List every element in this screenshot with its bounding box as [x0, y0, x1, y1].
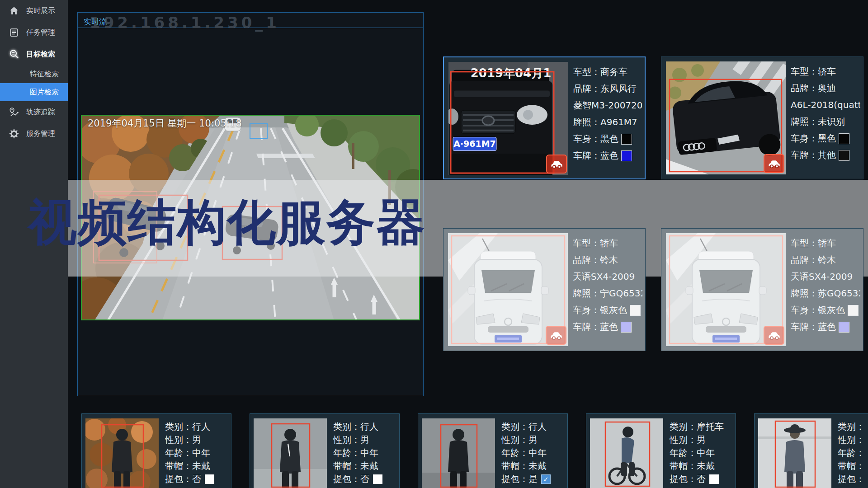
vehicle-snapshot-image: A·961M72019年04月1 — [448, 62, 568, 175]
attribute-row: 菱智M3-20072015 — [573, 97, 642, 114]
attribute-row: 车身：黑色 — [791, 130, 860, 147]
svg-text:A·961M7: A·961M7 — [453, 139, 496, 149]
sidebar-item-label: 特征检索 — [30, 70, 59, 79]
color-swatch — [630, 305, 641, 316]
sidebar-item-feature-search[interactable]: 特征检索 — [0, 65, 68, 83]
sidebar-item-live-display[interactable]: 实时展示 — [0, 0, 68, 22]
vehicle-snapshot-image — [666, 233, 786, 346]
sidebar-item-trajectory-tracking[interactable]: 轨迹追踪 — [0, 101, 68, 123]
vehicle-snapshot-image — [448, 233, 568, 346]
attribute-row: 带帽：未戴 — [333, 460, 397, 473]
gear-icon — [9, 128, 20, 139]
pedestrian-card[interactable]: 类别：摩托车性别：男年龄：中年带帽：未戴提包：否 — [586, 413, 736, 488]
attribute-row: 性别：男 — [501, 433, 566, 446]
target-search-icon — [9, 49, 20, 60]
attribute-row: 车型：商务车 — [573, 64, 642, 80]
video-player-panel: 192.168.1.230_1 实时流 2019年04月15日 星期一 10:0… — [77, 12, 424, 396]
sidebar-item-image-search[interactable]: 图片检索 — [0, 83, 68, 101]
pedestrian-snapshot-image — [254, 418, 327, 488]
svg-text:2019年04月1: 2019年04月1 — [471, 66, 551, 80]
vehicle-attributes: 车型：轿车品牌：铃木天语SX4-2009牌照：苏GQ6532车身：银灰色车牌：蓝… — [791, 235, 860, 335]
stream-name-ghost: 192.168.1.230_1 — [90, 14, 280, 32]
pedestrian-snapshot-image — [758, 418, 831, 488]
live-video[interactable]: 2019年04月15日 星期一 10:05:18 — [81, 115, 420, 320]
pedestrian-snapshot-image — [85, 418, 159, 488]
pedestrian-card[interactable]: 类别：行人性别：男年龄：中年带帽：未戴提包：否 — [81, 413, 231, 488]
attribute-row: 天语SX4-2009 — [791, 268, 860, 285]
car-badge-icon[interactable] — [546, 155, 567, 174]
vehicle-card[interactable]: A·961M72019年04月1车型：商务车品牌：东风风行菱智M3-200720… — [443, 56, 646, 179]
pedestrian-attributes: 类别：行人性别：男年龄：中年带帽：未戴提包：是✓ — [501, 420, 566, 486]
car-badge-icon[interactable] — [546, 326, 566, 345]
bag-checkbox — [373, 474, 382, 484]
attribute-row: 天语SX4-2009 — [573, 268, 642, 285]
live-stream-tab[interactable]: 实时流 — [84, 17, 107, 27]
attribute-row: 车身：银灰色 — [573, 302, 642, 319]
attribute-row: 类别：行人 — [333, 420, 397, 433]
sidebar-item-label: 任务管理 — [26, 28, 55, 38]
attribute-row: 牌照：A961M7 — [573, 114, 642, 131]
car-badge-icon[interactable] — [764, 326, 784, 345]
attribute-row: 品牌：奥迪 — [791, 80, 860, 97]
pedestrian-attributes: 类别：行人性别：男年龄：中年带帽：未戴提包：否 — [333, 420, 397, 486]
attribute-row: 提包：否 — [165, 473, 229, 486]
attribute-row: 性别：男 — [333, 433, 397, 446]
pedestrian-card[interactable]: 类别：性别：年龄：带帽：提包： — [754, 413, 868, 488]
attribute-row: 牌照：苏GQ6532 — [791, 285, 860, 302]
attribute-row: 品牌：东风风行 — [573, 80, 642, 97]
attribute-row: 性别：男 — [165, 433, 229, 446]
attribute-row: 类别：摩托车 — [670, 420, 734, 433]
attribute-row: 车型：轿车 — [573, 235, 642, 252]
video-osd-timestamp: 2019年04月15日 星期一 10:05:18 — [88, 117, 242, 130]
vehicle-card[interactable]: 车型：轿车品牌：铃木天语SX4-2009牌照：苏GQ6532车身：银灰色车牌：蓝… — [661, 228, 863, 351]
track-icon — [9, 107, 20, 117]
attribute-row: 提包： — [838, 473, 868, 486]
attribute-row: 年龄：中年 — [165, 446, 229, 460]
attribute-row: 品牌：铃木 — [573, 252, 642, 268]
attribute-row: 年龄：中年 — [333, 446, 397, 460]
pedestrian-attributes: 类别：行人性别：男年龄：中年带帽：未戴提包：否 — [165, 420, 229, 486]
attribute-row: 带帽：未戴 — [501, 460, 566, 473]
car-badge-icon[interactable] — [764, 154, 784, 173]
sidebar-item-task-management[interactable]: 任务管理 — [0, 22, 68, 43]
vehicle-card[interactable]: 车型：轿车品牌：铃木天语SX4-2009牌照：宁GQ6532车身：银灰色车牌：蓝… — [443, 228, 646, 351]
tasks-icon — [9, 27, 20, 38]
attribute-row: 带帽：未戴 — [165, 460, 229, 473]
attribute-row: 年龄： — [838, 446, 868, 460]
attribute-row: 类别：行人 — [501, 420, 566, 433]
color-swatch — [621, 134, 632, 145]
color-swatch — [839, 322, 849, 333]
attribute-row: 年龄：中年 — [501, 446, 566, 460]
attribute-row: 品牌：铃木 — [791, 252, 860, 268]
sidebar-item-label: 服务管理 — [26, 129, 55, 139]
sidebar-item-label: 实时展示 — [26, 6, 55, 16]
attribute-row: 车身：黑色 — [573, 131, 642, 147]
attribute-row: 性别： — [838, 433, 868, 446]
attribute-row: 提包：是✓ — [501, 473, 566, 486]
pedestrian-attributes: 类别：摩托车性别：男年龄：中年带帽：未戴提包：否 — [670, 420, 734, 486]
vehicle-snapshot-image — [666, 61, 786, 174]
sidebar-item-label: 图片检索 — [30, 88, 59, 97]
attribute-row: 年龄：中年 — [670, 446, 734, 460]
attribute-row: 类别： — [838, 420, 868, 433]
bag-checkbox — [709, 474, 719, 484]
sidebar-item-service-management[interactable]: 服务管理 — [0, 123, 68, 145]
attribute-row: 带帽： — [838, 460, 868, 473]
sidebar-item-label: 轨迹追踪 — [26, 108, 55, 117]
attribute-row: 带帽：未戴 — [670, 460, 734, 473]
attribute-row: 车身：银灰色 — [791, 302, 860, 319]
pedestrian-snapshot-image — [590, 418, 663, 488]
attribute-row: 车牌：蓝色 — [791, 319, 860, 335]
pedestrian-card[interactable]: 类别：行人性别：男年龄：中年带帽：未戴提包：是✓ — [418, 413, 568, 488]
bag-checkbox: ✓ — [541, 474, 551, 484]
color-swatch — [839, 133, 849, 144]
color-swatch — [839, 150, 849, 161]
sidebar-item-target-search[interactable]: 目标检索 — [0, 43, 68, 65]
pedestrian-card[interactable]: 类别：行人性别：男年龄：中年带帽：未戴提包：否 — [250, 413, 400, 488]
vehicle-attributes: 车型：轿车品牌：奥迪A6L-2018(quattro运动牌照：未识别车身：黑色车… — [791, 63, 860, 164]
home-icon — [9, 5, 20, 16]
attribute-row: 车牌：其他 — [791, 147, 860, 164]
attribute-row: 车牌：蓝色 — [573, 319, 642, 335]
sidebar: 实时展示任务管理目标检索特征检索图片检索轨迹追踪服务管理 — [0, 0, 68, 488]
vehicle-card[interactable]: 车型：轿车品牌：奥迪A6L-2018(quattro运动牌照：未识别车身：黑色车… — [661, 56, 863, 179]
